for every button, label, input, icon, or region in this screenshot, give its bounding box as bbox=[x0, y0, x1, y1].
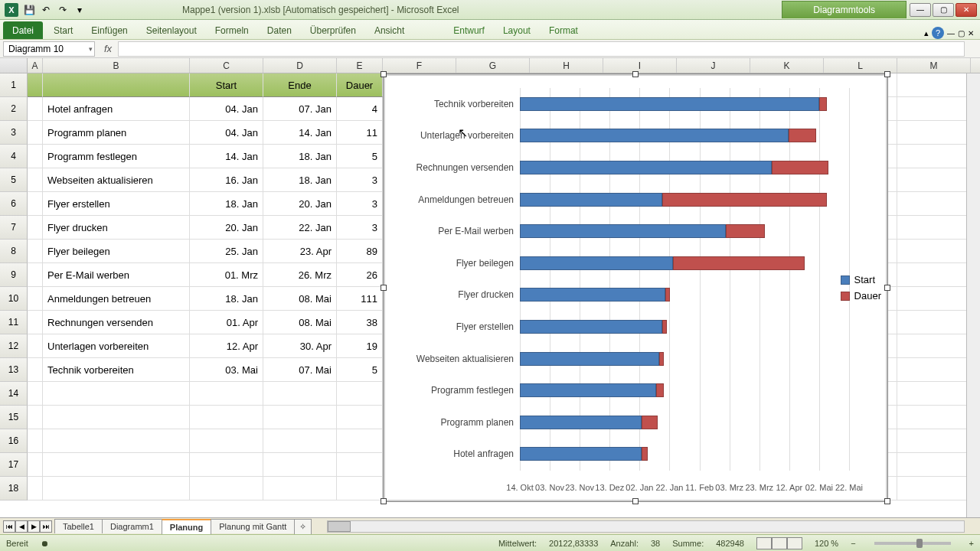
cell[interactable] bbox=[28, 382, 43, 406]
cell[interactable] bbox=[28, 477, 43, 500]
cell[interactable]: 26 bbox=[337, 263, 383, 287]
cell[interactable]: 07. Mai bbox=[263, 358, 337, 382]
cell[interactable]: 20. Jan bbox=[190, 216, 263, 240]
cell[interactable]: Rechnungen versenden bbox=[43, 311, 190, 334]
cell[interactable] bbox=[43, 406, 190, 429]
cell[interactable] bbox=[897, 145, 971, 168]
sheet-tab-planung[interactable]: Planung bbox=[162, 519, 211, 534]
cell[interactable]: 01. Mrz bbox=[190, 263, 263, 287]
chart-bar-start[interactable] bbox=[520, 320, 662, 334]
cell[interactable]: 04. Jan bbox=[190, 121, 263, 145]
worksheet-grid[interactable]: A B C D E F G H I J K L M 1StartEndeDaue… bbox=[0, 58, 980, 517]
cell[interactable] bbox=[337, 406, 383, 429]
row-header[interactable]: 5 bbox=[0, 168, 28, 192]
zoom-value[interactable]: 120 % bbox=[815, 539, 838, 548]
cell[interactable] bbox=[897, 334, 971, 358]
chart-bar-dauer[interactable] bbox=[673, 256, 805, 270]
cell[interactable] bbox=[897, 73, 971, 97]
tab-review[interactable]: Überprüfen bbox=[301, 21, 365, 39]
chart-bar-start[interactable] bbox=[520, 129, 789, 142]
chart-bar-start[interactable] bbox=[520, 447, 642, 461]
tab-file[interactable]: Datei bbox=[3, 21, 43, 39]
cell[interactable]: 18. Jan bbox=[190, 192, 263, 216]
row-header[interactable]: 13 bbox=[0, 358, 28, 382]
col-header-F[interactable]: F bbox=[383, 58, 456, 73]
chart-bar-start[interactable] bbox=[520, 416, 642, 429]
chart-resize-handle[interactable] bbox=[632, 498, 639, 504]
sheet-nav-prev[interactable]: ◀ bbox=[15, 520, 28, 533]
cell[interactable]: 11 bbox=[337, 121, 383, 145]
cell[interactable]: Per E-Mail werben bbox=[43, 263, 190, 287]
cell[interactable]: 20. Jan bbox=[263, 192, 337, 216]
row-header[interactable]: 14 bbox=[0, 382, 28, 406]
chart-bar-dauer[interactable] bbox=[659, 352, 664, 366]
row-header[interactable]: 7 bbox=[0, 216, 28, 240]
fx-icon[interactable]: fx bbox=[98, 43, 118, 54]
sheet-tab-planung-gantt[interactable]: Planung mit Gantt bbox=[211, 519, 295, 533]
cell[interactable]: Anmeldungen betreuen bbox=[43, 287, 190, 311]
cell[interactable]: 04. Jan bbox=[190, 97, 263, 121]
chart-bar-start[interactable] bbox=[520, 256, 673, 270]
cell[interactable]: 14. Jan bbox=[263, 121, 337, 145]
embedded-chart[interactable]: Technik vorbereitenUnterlagen vorbereite… bbox=[383, 73, 888, 502]
cell[interactable] bbox=[28, 287, 43, 311]
cell[interactable]: 5 bbox=[337, 145, 383, 168]
sheet-nav-next[interactable]: ▶ bbox=[28, 520, 40, 533]
cell[interactable]: 16. Jan bbox=[190, 168, 263, 192]
row-header[interactable]: 16 bbox=[0, 429, 28, 453]
view-pagebreak-button[interactable] bbox=[787, 537, 802, 549]
cell[interactable] bbox=[337, 429, 383, 453]
col-header-M[interactable]: M bbox=[897, 58, 971, 73]
sheet-nav-last[interactable]: ⏭ bbox=[40, 520, 52, 533]
cell[interactable] bbox=[190, 429, 263, 453]
cell[interactable]: 19 bbox=[337, 334, 383, 358]
cell[interactable] bbox=[28, 73, 43, 97]
col-header-J[interactable]: J bbox=[677, 58, 750, 73]
select-all-button[interactable] bbox=[0, 58, 28, 73]
cell[interactable] bbox=[337, 453, 383, 477]
cell[interactable] bbox=[897, 477, 971, 500]
chart-legend[interactable]: Start Dauer bbox=[841, 269, 881, 306]
chart-bar-dauer[interactable] bbox=[665, 288, 670, 302]
cell[interactable]: Dauer bbox=[337, 73, 383, 97]
row-header[interactable]: 15 bbox=[0, 406, 28, 429]
cell[interactable] bbox=[190, 382, 263, 406]
cell[interactable] bbox=[28, 429, 43, 453]
chart-resize-handle[interactable] bbox=[632, 71, 639, 77]
cell[interactable]: 23. Apr bbox=[263, 240, 337, 263]
minimize-button[interactable]: — bbox=[910, 3, 931, 17]
cell[interactable]: Start bbox=[190, 73, 263, 97]
zoom-slider[interactable] bbox=[874, 542, 951, 545]
cell[interactable] bbox=[28, 121, 43, 145]
cell[interactable] bbox=[337, 477, 383, 500]
cell[interactable]: Webseiten aktualisieren bbox=[43, 168, 190, 192]
tab-design[interactable]: Entwurf bbox=[444, 21, 494, 39]
chart-bar-dauer[interactable] bbox=[662, 193, 827, 207]
cell[interactable] bbox=[897, 192, 971, 216]
chart-bar-start[interactable] bbox=[520, 97, 819, 111]
cell[interactable]: 14. Jan bbox=[190, 145, 263, 168]
cell[interactable] bbox=[897, 406, 971, 429]
redo-icon[interactable]: ↷ bbox=[57, 4, 69, 16]
save-icon[interactable]: 💾 bbox=[23, 4, 35, 16]
chart-resize-handle[interactable] bbox=[884, 285, 890, 291]
chart-bar-dauer[interactable] bbox=[662, 320, 667, 334]
hscroll-thumb[interactable] bbox=[328, 521, 351, 532]
tab-insert[interactable]: Einfügen bbox=[82, 21, 136, 39]
view-normal-button[interactable] bbox=[756, 537, 772, 549]
chart-resize-handle[interactable] bbox=[381, 285, 387, 291]
chart-bar-start[interactable] bbox=[520, 288, 665, 302]
chart-resize-handle[interactable] bbox=[381, 498, 387, 504]
cell[interactable] bbox=[28, 311, 43, 334]
chart-bar-dauer[interactable] bbox=[772, 161, 828, 174]
cell[interactable]: 30. Apr bbox=[263, 334, 337, 358]
cell[interactable]: Flyer erstellen bbox=[43, 192, 190, 216]
row-header[interactable]: 9 bbox=[0, 263, 28, 287]
cell[interactable] bbox=[897, 121, 971, 145]
cell[interactable]: 3 bbox=[337, 168, 383, 192]
cell[interactable] bbox=[28, 406, 43, 429]
workbook-minimize-icon[interactable]: — bbox=[947, 29, 955, 37]
cell[interactable] bbox=[897, 311, 971, 334]
col-header-G[interactable]: G bbox=[456, 58, 530, 73]
cell[interactable] bbox=[263, 429, 337, 453]
